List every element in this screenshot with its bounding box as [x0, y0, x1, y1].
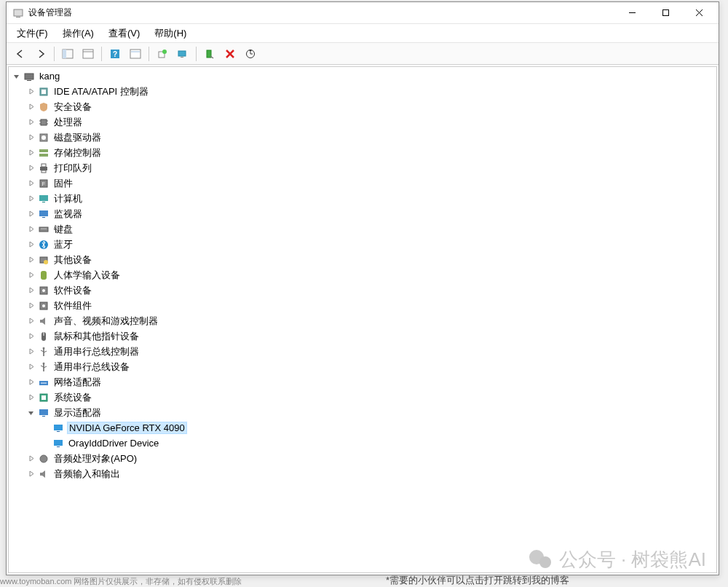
back-button[interactable]	[11, 45, 30, 63]
expander-icon[interactable]	[25, 86, 36, 98]
expander-icon[interactable]	[25, 377, 36, 388]
tree-item-20[interactable]: 系统设备	[10, 390, 715, 405]
svg-rect-7	[63, 50, 66, 58]
properties2-button[interactable]	[126, 45, 145, 63]
svg-rect-25	[41, 90, 46, 94]
svg-rect-26	[41, 119, 47, 125]
help-button[interactable]: ?	[106, 45, 124, 63]
tree-item-label: 显示适配器	[52, 406, 103, 419]
expander-icon[interactable]	[25, 269, 36, 281]
svg-text:F: F	[42, 181, 45, 186]
svg-rect-34	[39, 154, 48, 157]
tree-item-18[interactable]: 通用串行总线设备	[10, 359, 715, 374]
show-hide-tree-button[interactable]	[58, 45, 77, 63]
menubar: 文件(F) 操作(A) 查看(V) 帮助(H)	[7, 24, 719, 43]
svg-rect-0	[14, 9, 23, 16]
update-driver-button[interactable]	[153, 45, 172, 63]
close-button[interactable]	[682, 3, 716, 23]
expander-icon[interactable]	[25, 147, 36, 159]
menu-action[interactable]: 操作(A)	[55, 24, 101, 43]
tree-item-19[interactable]: 网络适配器	[10, 374, 715, 390]
svg-rect-23	[27, 80, 31, 81]
expander-icon[interactable]	[25, 300, 36, 312]
gpu-icon	[52, 422, 64, 434]
tree-item-label: 音频输入和输出	[52, 468, 122, 481]
expander-icon[interactable]	[25, 117, 36, 128]
tree-item-15[interactable]: 声音、视频和游戏控制器	[10, 313, 715, 328]
expander-icon[interactable]	[25, 331, 36, 342]
minimize-button[interactable]	[615, 3, 649, 23]
forward-button[interactable]	[31, 45, 50, 63]
svg-rect-8	[83, 50, 93, 58]
tree-item-7[interactable]: 计算机	[10, 191, 715, 206]
tree-item-16[interactable]: 鼠标和其他指针设备	[10, 328, 715, 344]
tree-item-12[interactable]: 人体学输入设备	[10, 267, 715, 283]
tree-item-21-0[interactable]: NVIDIA GeForce RTX 4090	[10, 420, 715, 436]
expander-icon[interactable]	[25, 193, 36, 205]
expander-icon[interactable]	[25, 101, 36, 113]
expander-icon[interactable]	[25, 361, 36, 373]
expander-icon[interactable]	[25, 392, 36, 403]
tree-item-2[interactable]: 处理器	[10, 114, 715, 130]
gpu-icon	[52, 438, 64, 449]
maximize-button[interactable]	[649, 3, 682, 23]
tree-item-21-1[interactable]: OrayIddDriver Device	[10, 436, 715, 451]
scan-hardware-button[interactable]	[241, 45, 260, 63]
tree-item-17[interactable]: 通用串行总线控制器	[10, 344, 715, 359]
tree-item-label: 软件设备	[52, 284, 93, 297]
properties-button[interactable]	[79, 45, 98, 63]
tree-item-21[interactable]: 显示适配器	[10, 405, 715, 420]
menu-file[interactable]: 文件(F)	[9, 24, 55, 43]
hid-icon	[38, 269, 50, 281]
svg-rect-73	[57, 446, 60, 447]
tree-item-1[interactable]: 安全设备	[10, 99, 715, 114]
tree-item-14[interactable]: 软件组件	[10, 298, 715, 313]
expander-icon[interactable]	[25, 285, 36, 296]
net-icon	[38, 377, 50, 388]
tree-item-11[interactable]: 其他设备	[10, 252, 715, 267]
expander-icon[interactable]	[25, 254, 36, 266]
titlebar: 设备管理器	[7, 2, 719, 24]
menu-view[interactable]: 查看(V)	[101, 24, 147, 43]
snd-icon	[38, 468, 50, 480]
expander-icon[interactable]	[25, 346, 36, 358]
tree-item-22[interactable]: 音频处理对象(APO)	[10, 451, 715, 466]
scan-button[interactable]	[173, 45, 192, 63]
tree-item-5[interactable]: 打印队列	[10, 160, 715, 176]
expander-icon[interactable]	[10, 71, 22, 82]
tree-item-3[interactable]: 磁盘驱动器	[10, 130, 715, 145]
tree-item-13[interactable]: 软件设备	[10, 283, 715, 298]
wechat-icon	[527, 546, 553, 572]
tree-item-23[interactable]: 音频输入和输出	[10, 466, 715, 481]
svg-rect-43	[42, 217, 45, 218]
fw-icon: F	[38, 178, 50, 189]
expander-icon[interactable]	[25, 453, 36, 465]
expander-icon[interactable]	[25, 315, 36, 327]
tree-item-label: 系统设备	[52, 391, 93, 404]
expander-icon[interactable]	[25, 208, 36, 220]
expander-icon[interactable]	[25, 224, 36, 235]
tree-item-label: 磁盘驱动器	[52, 131, 103, 144]
expander-icon[interactable]	[25, 178, 36, 189]
device-tree-area[interactable]: kangIDE ATA/ATAPI 控制器安全设备处理器磁盘驱动器存储控制器打印…	[8, 66, 717, 573]
enable-button[interactable]	[200, 45, 219, 63]
expander-icon[interactable]	[25, 468, 36, 480]
svg-rect-16	[178, 51, 186, 56]
expander-icon[interactable]	[25, 162, 36, 174]
uninstall-button[interactable]	[221, 45, 240, 63]
svg-rect-41	[42, 202, 45, 202]
tree-item-10[interactable]: 蓝牙	[10, 237, 715, 252]
svg-rect-22	[25, 74, 33, 79]
tree-item-0[interactable]: IDE ATA/ATAPI 控制器	[10, 84, 715, 99]
tree-item-4[interactable]: 存储控制器	[10, 145, 715, 160]
tree-item-6[interactable]: F固件	[10, 176, 715, 191]
menu-help[interactable]: 帮助(H)	[147, 24, 194, 43]
expander-icon[interactable]	[25, 239, 36, 251]
tree-item-8[interactable]: 监视器	[10, 206, 715, 221]
expander-icon[interactable]	[25, 407, 36, 419]
tree-item-label: 声音、视频和游戏控制器	[52, 315, 159, 328]
tree-item-9[interactable]: 键盘	[10, 221, 715, 237]
expander-icon[interactable]	[25, 132, 36, 143]
toolbar-separator	[149, 47, 149, 61]
tree-item-root[interactable]: kang	[10, 68, 715, 84]
